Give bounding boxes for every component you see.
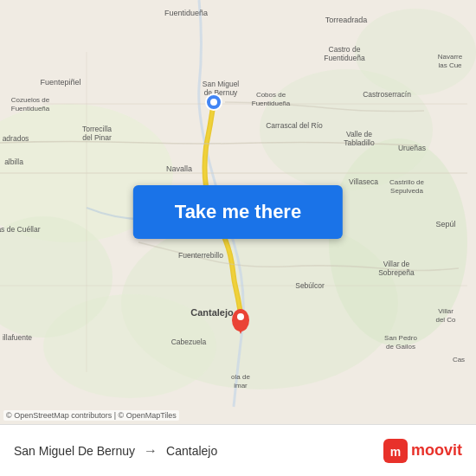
svg-text:Fuentidueña: Fuentidueña [164,9,208,17]
svg-text:Cabezuela: Cabezuela [171,338,207,346]
svg-text:illafuente: illafuente [3,333,32,342]
svg-text:Navalla: Navalla [166,164,192,173]
svg-text:Urueñas: Urueñas [398,144,426,152]
svg-text:Sebúlcor: Sebúlcor [295,281,325,290]
svg-text:San Pedro: San Pedro [384,334,417,342]
svg-text:Fuentepiñel: Fuentepiñel [40,78,80,87]
svg-text:del Pinar: del Pinar [82,133,112,142]
svg-text:Torrecilla: Torrecilla [82,125,112,133]
svg-text:Sobrepeña: Sobrepeña [378,268,415,277]
svg-text:de Gailos: de Gailos [386,343,415,351]
svg-text:Tabladillo: Tabladillo [344,138,375,147]
svg-text:Sepúl: Sepúl [435,220,455,228]
moovit-logo: m moovit [383,439,462,463]
svg-text:Cantalejo: Cantalejo [190,307,234,318]
svg-point-58 [237,313,244,320]
svg-text:Carrascal del Río: Carrascal del Río [266,121,323,130]
svg-point-7 [355,9,476,95]
svg-text:San Miguel: San Miguel [203,80,240,88]
svg-text:Villar: Villar [438,307,453,315]
svg-text:Villar de: Villar de [383,260,410,268]
take-me-there-button[interactable]: Take me there [133,185,343,239]
svg-text:Torreadrada: Torreadrada [325,16,368,24]
origin-label: San Miguel De Bernuy [14,444,135,458]
svg-text:las Cue: las Cue [438,61,462,69]
svg-text:Cozuelos de: Cozuelos de [11,96,50,104]
svg-text:Fuentidueña: Fuentidueña [324,54,365,62]
arrow-icon: → [144,443,158,459]
moovit-icon: m [383,439,408,463]
moovit-brand-name: moovit [411,441,462,460]
svg-text:Sepulveda: Sepulveda [390,187,423,195]
svg-text:Castrillo de: Castrillo de [389,178,425,186]
map-container: Torreadrada Castro de Fuentidueña Fuenti… [0,0,476,424]
svg-point-55 [210,99,217,106]
svg-text:del Co: del Co [435,316,456,324]
bottom-bar: San Miguel De Bernuy → Cantalejo m moovi… [0,424,476,476]
button-overlay: Take me there [133,185,343,239]
svg-text:adrados: adrados [3,134,29,143]
svg-text:albilla: albilla [4,158,23,166]
svg-text:Castroserracín: Castroserracín [363,90,411,99]
svg-text:Fuenterrebillo: Fuenterrebillo [178,251,223,260]
svg-text:Navarre: Navarre [438,53,463,61]
svg-text:Fuentidueña: Fuentidueña [11,105,50,113]
destination-label: Cantalejo [166,444,217,458]
svg-text:ola de: ola de [231,373,250,381]
svg-text:Villaseca: Villaseca [349,177,378,186]
svg-text:Cobos de: Cobos de [256,91,286,99]
route-info: San Miguel De Bernuy → Cantalejo [14,443,383,459]
map-attribution: © OpenStreetMap contributors | © OpenMap… [3,410,179,421]
svg-text:ras de Cuéllar: ras de Cuéllar [0,225,41,234]
svg-text:Fuentidueña: Fuentidueña [252,100,291,107]
svg-text:Cas: Cas [453,356,465,363]
svg-text:Castro de: Castro de [329,45,361,54]
svg-text:Valle de: Valle de [346,130,372,138]
svg-text:m: m [390,445,401,459]
svg-text:imar: imar [234,382,248,389]
